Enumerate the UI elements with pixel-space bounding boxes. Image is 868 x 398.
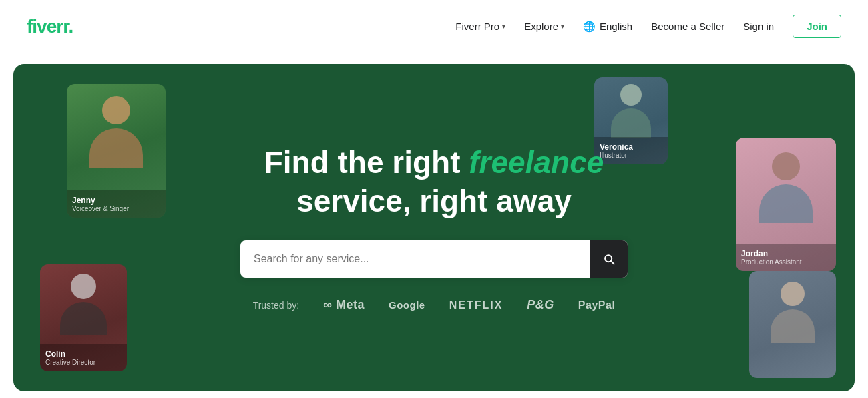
colin-name: Colin [45, 349, 122, 359]
search-bar [240, 240, 628, 278]
jordan-name: Jordan [741, 249, 831, 258]
language-label: English [600, 21, 632, 32]
meta-logo: ∞ Meta [323, 298, 365, 312]
jenny-title: Voiceover & Singer [72, 205, 160, 212]
freelancer-card-jenny: Jenny Voiceover & Singer [67, 84, 166, 218]
hero-content: Find the right freelance service, right … [240, 144, 628, 312]
logo-dot: . [69, 16, 73, 37]
fiverr-pro-menu[interactable]: Fiverr Pro ▾ [455, 21, 505, 32]
search-button[interactable] [590, 240, 628, 278]
globe-icon: 🌐 [583, 21, 596, 33]
trusted-label: Trusted by: [253, 300, 300, 311]
logo-text: fiverr [27, 16, 69, 37]
trusted-by-row: Trusted by: ∞ Meta Google NETFLIX P&G Pa… [240, 298, 628, 312]
freelancer-card-jordan: Jordan Production Assistant [736, 138, 836, 271]
signin-link[interactable]: Sign in [743, 21, 774, 32]
jordan-title: Production Assistant [741, 258, 831, 266]
colin-card-label: Colin Creative Director [40, 344, 127, 371]
colin-title: Creative Director [45, 359, 122, 366]
paypal-logo: PayPal [578, 299, 615, 311]
freelancer-card-extra [749, 271, 836, 378]
fiverr-pro-chevron-icon: ▾ [502, 23, 505, 30]
search-icon [602, 252, 616, 266]
join-button[interactable]: Join [793, 15, 841, 38]
explore-menu[interactable]: Explore ▾ [524, 21, 564, 32]
google-logo: Google [389, 299, 425, 311]
search-input[interactable] [240, 253, 590, 265]
jenny-name: Jenny [72, 196, 160, 205]
bottom-pills-row: Website Design Logo Design AI Services A… [0, 391, 868, 398]
navbar: fiverr. Fiverr Pro ▾ Explore ▾ 🌐 English… [0, 0, 868, 53]
fiverr-pro-label: Fiverr Pro [455, 21, 499, 32]
jenny-card-label: Jenny Voiceover & Singer [67, 190, 166, 218]
logo[interactable]: fiverr. [27, 16, 73, 37]
pg-logo: P&G [527, 298, 554, 312]
hero-section: Jenny Voiceover & Singer Colin Creative … [13, 64, 855, 391]
explore-chevron-icon: ▾ [561, 23, 564, 30]
hero-title-part2: service, right away [296, 184, 572, 218]
explore-label: Explore [524, 21, 558, 32]
become-seller-link[interactable]: Become a Seller [651, 21, 724, 32]
nav-links: Fiverr Pro ▾ Explore ▾ 🌐 English Become … [455, 15, 841, 38]
hero-title-part1: Find the right [264, 145, 469, 180]
hero-title-accent: freelance [469, 145, 604, 180]
language-selector[interactable]: 🌐 English [583, 21, 632, 33]
hero-title: Find the right freelance service, right … [240, 144, 628, 220]
netflix-logo: NETFLIX [449, 299, 503, 311]
jordan-card-label: Jordan Production Assistant [736, 244, 836, 271]
freelancer-card-colin: Colin Creative Director [40, 264, 127, 371]
